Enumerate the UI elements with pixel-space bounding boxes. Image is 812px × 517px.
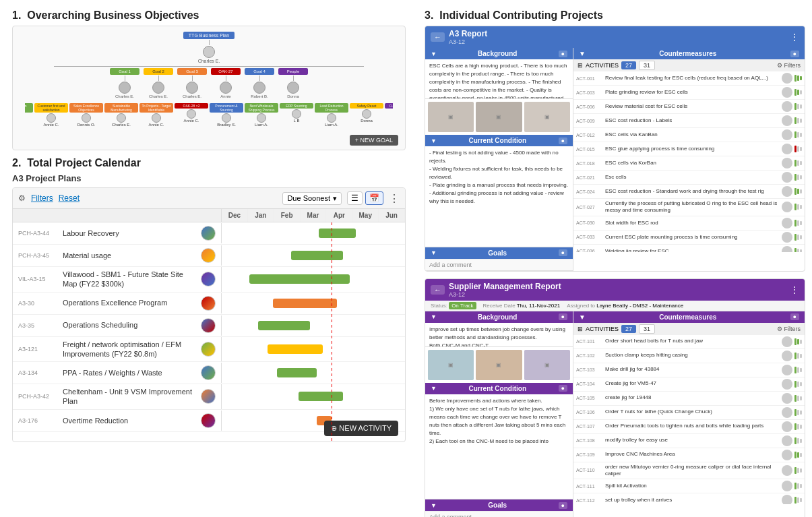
status-bars — [794, 467, 802, 474]
table-row[interactable]: PCH-A3-44 Labour Recovery — [13, 222, 405, 245]
table-row[interactable]: A3-30 Operations Excellence Program — [13, 293, 405, 315]
list-item[interactable]: ACT-015 ESC glue applying process is tim… — [573, 142, 805, 156]
list-view-button[interactable]: ☰ — [347, 191, 363, 205]
list-item[interactable]: ACT-018 ESC cells via KorBan — [573, 156, 805, 171]
list-item[interactable]: ACT-107 Order Pneumatic tools to tighten… — [573, 420, 805, 434]
list-item[interactable]: ACT-027 Currently the process of putting… — [573, 199, 805, 216]
goals-section-2: ▼ Goals ● Add a comment — [425, 499, 573, 517]
a3-subtitle: A3-12 — [449, 38, 487, 45]
table-row[interactable]: PCH-A3-42 Cheltenham - Unit 9 VSM Improv… — [13, 384, 405, 410]
reset-button[interactable]: Reset — [59, 193, 80, 203]
gantt-task-column-header — [13, 209, 222, 222]
cm-toolbar-2: ⊞ ACTIVITIES 27 31 ⚙ Filters — [573, 323, 805, 335]
more-options-button[interactable]: ⋮ — [389, 192, 400, 205]
list-item[interactable]: ACT-103 Make drill jig for 43884 — [573, 363, 805, 377]
left-panel: 1. Overarching Business Objectives TTG B… — [0, 0, 418, 517]
new-goal-button[interactable]: + NEW GOAL — [350, 135, 398, 146]
month-may: May — [352, 209, 379, 222]
list-item[interactable]: ACT-101 Order short head bolts for T nut… — [573, 335, 805, 349]
task-info: A3-35 Operations Scheduling — [13, 315, 222, 336]
list-item[interactable]: ACT-110 order new Mitutoyo vernier 0-rin… — [573, 462, 805, 480]
list-item[interactable]: ACT-001 Review final leak testing for ES… — [573, 71, 805, 86]
add-comment[interactable]: Add a comment — [425, 259, 573, 270]
list-item[interactable]: ACT-036 Welding jig review for ESC — [573, 245, 805, 252]
background-content: ESC Cells are a high moving product. - T… — [425, 59, 573, 98]
org-chart: TTG Business Plan Charles E. Goal 1 Char… — [12, 26, 406, 150]
avatar — [201, 365, 216, 380]
list-item[interactable]: ACT-003 Plate grinding review for ESC ce… — [573, 86, 805, 100]
cm-list-1: ACT-001 Review final leak testing for ES… — [573, 71, 805, 252]
list-item[interactable]: ACT-102 Suction clamp keeps hitting casi… — [573, 349, 805, 363]
countermeasures-header: ▼ Countermeasures ● — [573, 48, 805, 59]
avatar — [782, 144, 792, 154]
list-item[interactable]: ACT-033 Current ESC plate mounting proce… — [573, 231, 805, 245]
list-item[interactable]: ACT-106 Order T nuts for lathe (Quick Ch… — [573, 406, 805, 420]
table-row[interactable]: A3-134 PPA - Rates / Weights / Waste — [13, 362, 405, 384]
table-row[interactable]: PCH-A3-45 Material usage — [13, 245, 405, 267]
cm-tab-open[interactable]: 31 — [639, 61, 655, 70]
list-item[interactable]: ACT-108 modify trolley for easy use — [573, 434, 805, 448]
add-comment-2[interactable]: Add a comment — [425, 511, 573, 517]
table-row[interactable]: VIL-A3-15 Villawood - SBM1 - Future Stat… — [13, 267, 405, 293]
list-item[interactable]: ACT-030 Slot width for ESC rod — [573, 216, 805, 231]
cm-tab-open-2[interactable]: 31 — [639, 324, 655, 334]
status-badge: On Track — [449, 302, 476, 309]
sort-dropdown[interactable]: Due Soonest ▾ — [282, 192, 342, 205]
month-jan: Jan — [248, 209, 274, 222]
avatar — [782, 101, 792, 112]
new-activity-button[interactable]: ⊕ NEW ACTIVITY — [324, 421, 398, 436]
table-row[interactable]: A3-121 Freight / network optimisation / … — [13, 337, 405, 363]
list-item[interactable]: ACT-111 Spill kit Activation — [573, 479, 805, 493]
list-item[interactable]: ACT-024 ESC cost reduction - Standard wo… — [573, 185, 805, 199]
avatar — [201, 226, 216, 241]
a3-report-header-1: ← A3 Report A3-12 ⋮ — [425, 26, 805, 48]
a3-left-col-2: ▼ Background ● Improve set up times betw… — [425, 311, 573, 518]
avatar — [782, 129, 792, 140]
list-item[interactable]: ACT-009 ESC cost reduction - Labels — [573, 114, 805, 128]
cm-tab-all-2[interactable]: 27 — [621, 325, 636, 333]
gantt-bar — [299, 392, 342, 401]
a3-more-button-2[interactable]: ⋮ — [790, 284, 799, 295]
task-info: A3-30 Operations Excellence Program — [13, 293, 222, 313]
list-item[interactable]: ACT-021 Esc cells — [573, 171, 805, 185]
activities-icon: ⊞ — [577, 62, 583, 69]
cm-filter[interactable]: ⚙ Filters — [777, 62, 801, 69]
a3-report-header-2: ← Supplier Management Report A3-12 ⋮ — [425, 279, 805, 301]
gantt-bar-area — [222, 362, 405, 384]
avatar — [782, 87, 792, 98]
gantt-chart: ⚙ Filters Reset Due Soonest ▾ ☰ 📅 ⋮ Dec — [12, 187, 406, 442]
calendar-view-button[interactable]: 📅 — [365, 191, 383, 205]
gantt-bar-area — [222, 245, 405, 266]
gantt-bar-area — [222, 386, 405, 407]
list-item[interactable]: ACT-006 Review material cost for ESC cel… — [573, 100, 805, 114]
list-item[interactable]: ACT-104 Create jig for VM5-47 — [573, 377, 805, 392]
table-row[interactable]: A3-35 Operations Scheduling — [13, 315, 405, 337]
month-apr: Apr — [326, 209, 352, 222]
avatar — [782, 202, 792, 212]
filters-button[interactable]: Filters — [31, 193, 53, 203]
avatar — [201, 272, 216, 286]
cm-tab-all[interactable]: 27 — [621, 61, 636, 69]
image-4: ▣ — [428, 350, 474, 380]
list-item[interactable]: ACT-112 set up trolley when it arrives — [573, 493, 805, 504]
status-bars — [794, 483, 802, 489]
cm-filter-2[interactable]: ⚙ Filters — [777, 326, 801, 332]
a3-back-button[interactable]: ← — [431, 32, 445, 42]
current-condition-section-2: ▼ Current Condition ● Before Improvement… — [425, 383, 573, 500]
image-6: ▣ — [524, 350, 570, 380]
list-item[interactable]: ACT-109 Improve CNC Machines Area — [573, 448, 805, 462]
background-header: ▼ Background ● — [425, 48, 573, 59]
a3-title-2: Supplier Management Report — [449, 282, 561, 291]
image-2: ▣ — [476, 102, 522, 132]
status-bars — [794, 188, 802, 195]
task-info: PCH-A3-42 Cheltenham - Unit 9 VSM Improv… — [13, 384, 222, 409]
avatar — [782, 495, 792, 504]
avatar — [201, 248, 216, 263]
list-item[interactable]: ACT-105 create jig for 19448 — [573, 392, 805, 406]
gantt-bar — [249, 274, 350, 284]
a3-back-button-2[interactable]: ← — [431, 285, 445, 295]
list-item[interactable]: ACT-012 ESC cells via KanBan — [573, 128, 805, 142]
a3-more-button[interactable]: ⋮ — [790, 32, 799, 42]
avatar — [201, 413, 216, 428]
avatar — [782, 379, 792, 390]
